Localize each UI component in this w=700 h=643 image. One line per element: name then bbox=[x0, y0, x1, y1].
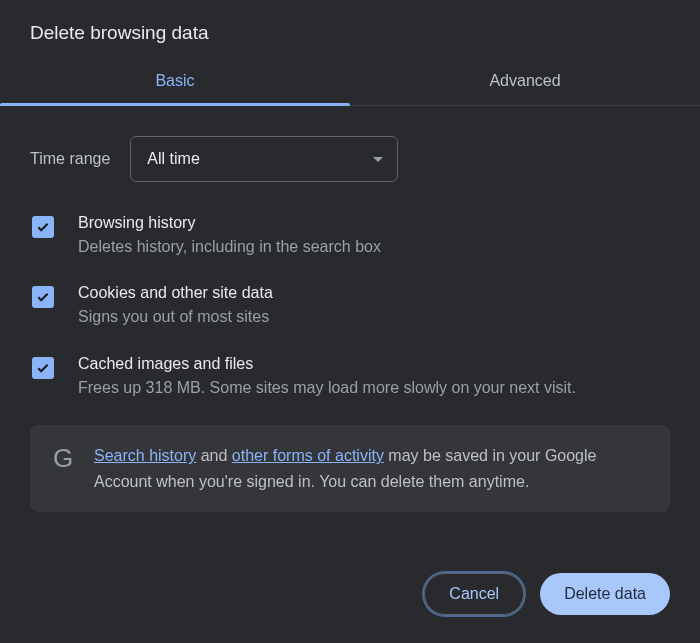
chevron-down-icon bbox=[373, 157, 383, 162]
delete-browsing-data-dialog: Delete browsing data Basic Advanced Time… bbox=[0, 0, 700, 643]
tab-bar: Basic Advanced bbox=[0, 58, 700, 106]
tab-advanced[interactable]: Advanced bbox=[350, 58, 700, 105]
google-account-notice: G Search history and other forms of acti… bbox=[30, 425, 670, 512]
checkbox-browsing-history[interactable] bbox=[32, 216, 54, 238]
time-range-row: Time range All time bbox=[30, 136, 670, 182]
delete-data-button[interactable]: Delete data bbox=[540, 573, 670, 615]
option-browsing-history: Browsing history Deletes history, includ… bbox=[30, 214, 670, 258]
notice-text: Search history and other forms of activi… bbox=[94, 443, 650, 494]
check-icon bbox=[35, 360, 51, 376]
checkbox-cache[interactable] bbox=[32, 357, 54, 379]
option-text: Cached images and files Frees up 318 MB.… bbox=[78, 355, 670, 399]
option-title: Cookies and other site data bbox=[78, 284, 670, 302]
tab-basic[interactable]: Basic bbox=[0, 58, 350, 105]
cancel-button[interactable]: Cancel bbox=[424, 573, 524, 615]
option-title: Cached images and files bbox=[78, 355, 670, 373]
notice-part1: and bbox=[196, 447, 232, 464]
tab-advanced-label: Advanced bbox=[489, 72, 560, 89]
checkbox-cookies[interactable] bbox=[32, 286, 54, 308]
option-text: Browsing history Deletes history, includ… bbox=[78, 214, 670, 258]
option-cache: Cached images and files Frees up 318 MB.… bbox=[30, 355, 670, 399]
link-other-activity[interactable]: other forms of activity bbox=[232, 447, 384, 464]
option-desc: Frees up 318 MB. Some sites may load mor… bbox=[78, 377, 670, 399]
time-range-label: Time range bbox=[30, 150, 110, 168]
option-title: Browsing history bbox=[78, 214, 670, 232]
option-desc: Signs you out of most sites bbox=[78, 306, 670, 328]
dialog-body: Time range All time Browsing history Del… bbox=[0, 106, 700, 573]
check-icon bbox=[35, 289, 51, 305]
check-icon bbox=[35, 219, 51, 235]
dialog-footer: Cancel Delete data bbox=[0, 573, 700, 643]
tab-basic-label: Basic bbox=[155, 72, 194, 89]
option-text: Cookies and other site data Signs you ou… bbox=[78, 284, 670, 328]
link-search-history[interactable]: Search history bbox=[94, 447, 196, 464]
time-range-select[interactable]: All time bbox=[130, 136, 398, 182]
option-desc: Deletes history, including in the search… bbox=[78, 236, 670, 258]
google-icon: G bbox=[50, 445, 76, 471]
time-range-value: All time bbox=[147, 150, 199, 168]
dialog-title: Delete browsing data bbox=[0, 0, 700, 58]
option-cookies: Cookies and other site data Signs you ou… bbox=[30, 284, 670, 328]
